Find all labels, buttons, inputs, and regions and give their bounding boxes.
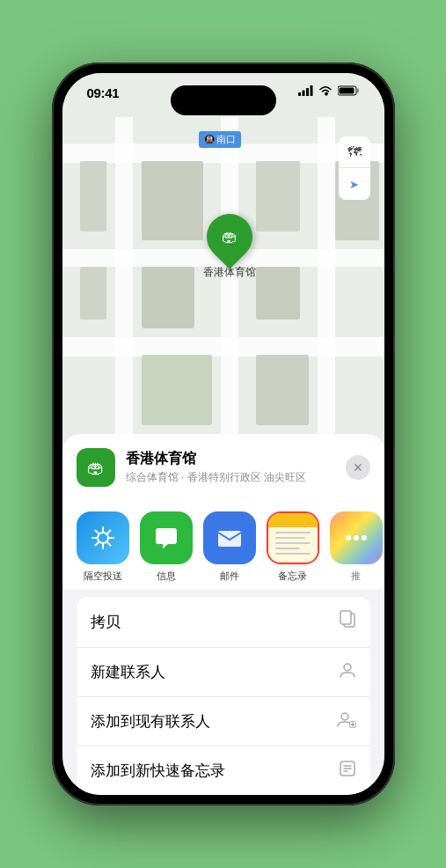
action-new-contact-label: 新建联系人 bbox=[91, 662, 165, 682]
action-new-contact[interactable]: 新建联系人 bbox=[77, 648, 370, 697]
share-item-notes[interactable]: 备忘录 bbox=[267, 511, 319, 583]
copy-icon bbox=[339, 610, 356, 634]
sheet-header: 🏟 香港体育馆 综合体育馆 · 香港特别行政区 油尖旺区 ✕ bbox=[62, 434, 384, 497]
signal-icon bbox=[298, 85, 313, 96]
share-label-notes: 备忘录 bbox=[278, 570, 307, 583]
share-item-mail[interactable]: 邮件 bbox=[203, 511, 256, 583]
close-button[interactable]: ✕ bbox=[346, 455, 370, 480]
map-view-button[interactable]: 🗺 bbox=[339, 136, 370, 168]
svg-point-12 bbox=[341, 713, 348, 720]
action-add-contact-label: 添加到现有联系人 bbox=[91, 711, 210, 732]
svg-rect-2 bbox=[306, 88, 309, 96]
svg-rect-3 bbox=[310, 85, 312, 96]
action-list: 拷贝 新建联系人 bbox=[77, 597, 370, 795]
share-label-airdrop: 隔空投送 bbox=[84, 570, 122, 583]
venue-icon: 🏟 bbox=[77, 448, 115, 487]
venue-info: 香港体育馆 综合体育馆 · 香港特别行政区 油尖旺区 bbox=[126, 450, 335, 485]
status-time: 09:41 bbox=[87, 85, 120, 100]
pin-body: 🏟 bbox=[197, 204, 262, 269]
map-area: 🚇南口 🗺 ➤ 🏟 香港体育馆 bbox=[62, 73, 384, 443]
pin-icon: 🏟 bbox=[213, 220, 246, 254]
status-icons bbox=[298, 85, 360, 96]
svg-rect-10 bbox=[340, 611, 351, 624]
share-item-airdrop[interactable]: 隔空投送 bbox=[77, 511, 129, 583]
action-copy-label: 拷贝 bbox=[91, 612, 121, 632]
location-pin: 🏟 香港体育馆 bbox=[203, 214, 256, 280]
dynamic-island bbox=[171, 85, 276, 115]
svg-rect-5 bbox=[357, 89, 359, 93]
phone-frame: 09:41 bbox=[52, 63, 395, 805]
share-row: 隔空投送 信息 bbox=[62, 497, 384, 590]
share-label-message: 信息 bbox=[157, 570, 176, 583]
action-quick-note[interactable]: 添加到新快速备忘录 bbox=[77, 747, 370, 795]
svg-rect-0 bbox=[298, 92, 301, 96]
map-controls[interactable]: 🗺 ➤ bbox=[339, 136, 370, 200]
add-contact-icon bbox=[337, 710, 356, 732]
action-quick-note-label: 添加到新快速备忘录 bbox=[91, 761, 225, 781]
location-button[interactable]: ➤ bbox=[339, 168, 370, 200]
map-label: 🚇南口 bbox=[199, 131, 241, 148]
action-add-contact[interactable]: 添加到现有联系人 bbox=[77, 697, 370, 747]
bottom-sheet: 🏟 香港体育馆 综合体育馆 · 香港特别行政区 油尖旺区 ✕ bbox=[62, 434, 384, 795]
phone-screen: 09:41 bbox=[62, 73, 384, 795]
wifi-icon bbox=[318, 85, 333, 96]
svg-rect-6 bbox=[339, 88, 354, 94]
svg-point-11 bbox=[344, 664, 351, 671]
share-label-mail: 邮件 bbox=[220, 570, 239, 583]
svg-rect-1 bbox=[302, 91, 304, 97]
map-background: 🚇南口 🗺 ➤ 🏟 香港体育馆 bbox=[62, 73, 384, 443]
venue-subtitle: 综合体育馆 · 香港特别行政区 油尖旺区 bbox=[126, 470, 335, 485]
quick-note-icon bbox=[339, 760, 356, 782]
action-copy[interactable]: 拷贝 bbox=[77, 597, 370, 648]
share-item-more[interactable]: 推 bbox=[330, 511, 383, 583]
share-item-message[interactable]: 信息 bbox=[140, 511, 193, 583]
battery-icon bbox=[338, 85, 360, 96]
venue-name: 香港体育馆 bbox=[126, 450, 335, 468]
new-contact-icon bbox=[339, 661, 356, 683]
share-label-more: 推 bbox=[351, 570, 361, 583]
